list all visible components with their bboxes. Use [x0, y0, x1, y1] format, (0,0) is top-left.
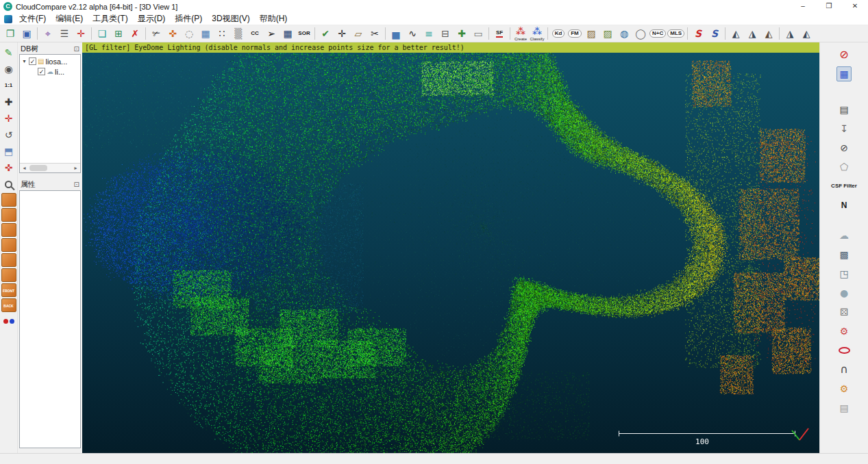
histogram-icon[interactable]: ▅	[388, 26, 404, 41]
view-bottom-icon[interactable]	[1, 208, 16, 222]
tree-hscrollbar[interactable]: ◂ ▸	[20, 163, 80, 172]
fit-plane-icon[interactable]: ▱	[351, 26, 366, 41]
dock-icon[interactable]: ⊡	[74, 45, 79, 53]
plugin-a-icon[interactable]: ◭	[728, 26, 743, 41]
zoom-1-1-icon[interactable]: 1:1	[1, 78, 16, 93]
segment-pencil-icon[interactable]: ✎	[1, 45, 16, 60]
minimize-button[interactable]: –	[790, 0, 816, 13]
scroll-thumb[interactable]	[29, 165, 47, 171]
plugin-d-icon[interactable]: ◮	[782, 26, 797, 41]
bird-plugin-icon[interactable]: ➢	[264, 26, 279, 41]
cloud-tool-icon[interactable]: ☁	[836, 228, 852, 243]
menu-item-3[interactable]: 显示(D)	[133, 13, 171, 25]
sf-tools-icon[interactable]: SF	[492, 26, 507, 41]
view-top-icon[interactable]	[1, 193, 16, 207]
previous-view-icon[interactable]: ↺	[1, 127, 16, 142]
menu-item-1[interactable]: 编辑(E)	[51, 13, 88, 25]
canupo-classify-icon[interactable]: ⁂Classify	[530, 25, 545, 42]
view-back-icon[interactable]: BACK	[1, 298, 16, 312]
pointcloud-canvas[interactable]	[82, 53, 819, 453]
pivot-icon[interactable]: ✛	[1, 111, 16, 126]
terrain-a-icon[interactable]: ▨	[584, 26, 599, 41]
no-entry-icon[interactable]: ⊘	[836, 140, 852, 155]
visibility-checkbox[interactable]: ✓	[29, 57, 36, 65]
pan-icon[interactable]: ✜	[1, 160, 16, 175]
gears-tool-icon[interactable]: ⚙	[836, 324, 852, 339]
sra-plugin-icon[interactable]: S	[691, 26, 706, 41]
global-zoom-icon[interactable]: ✚	[1, 94, 16, 109]
open-icon[interactable]: ❐	[3, 26, 18, 41]
list-tool-icon[interactable]: ⊟	[438, 26, 453, 41]
grid-tool-icon[interactable]: ▩	[836, 247, 852, 262]
dock-icon[interactable]: ⊡	[74, 181, 79, 188]
view-iso1-icon[interactable]	[1, 253, 16, 267]
scalar-check-icon[interactable]: ✔	[318, 26, 333, 41]
dice-tool-icon[interactable]: ⚄	[836, 305, 852, 320]
kd-tree-icon[interactable]: Kd	[551, 26, 566, 41]
noise-filter-icon[interactable]: ▒	[231, 26, 246, 41]
scroll-track[interactable]	[29, 164, 71, 172]
tree-row[interactable]: ✓☁li...	[20, 66, 80, 77]
sfm-plugin-icon[interactable]: S	[707, 26, 722, 41]
merge-icon[interactable]: ⊞	[111, 26, 126, 41]
tree-row[interactable]: ▾✓▤liosa...	[20, 56, 80, 66]
translate-tool-icon[interactable]: ✛	[334, 26, 349, 41]
vr-headset-icon[interactable]: ∩	[836, 362, 852, 377]
npc-plugin-icon[interactable]: N+C	[649, 26, 666, 41]
sphere-tool-icon[interactable]: ●	[836, 285, 852, 300]
scroll-left-icon[interactable]: ◂	[20, 164, 29, 172]
close-button[interactable]: ✕	[842, 0, 868, 13]
sphere-icon[interactable]: ◌	[182, 26, 197, 41]
scroll-right-icon[interactable]: ▸	[71, 164, 80, 172]
menu-item-2[interactable]: 工具类(T)	[88, 13, 132, 25]
3d-view[interactable]: [GL filter] EyeDome Lighting (disable no…	[82, 42, 819, 453]
checker-plugin-icon[interactable]: ▦	[280, 26, 295, 41]
plugin-b-icon[interactable]: ◮	[745, 26, 760, 41]
add-tool-icon[interactable]: ✚	[454, 26, 469, 41]
cc-plugin-icon[interactable]: CC	[247, 26, 262, 41]
mdi-child-icon[interactable]	[4, 15, 12, 23]
delete-icon[interactable]: ✗	[127, 26, 142, 41]
sor-filter-icon[interactable]: SOR	[297, 26, 312, 41]
anim-gear-icon[interactable]: ⚙	[836, 381, 852, 396]
trash-tool-icon[interactable]: ▭	[471, 26, 486, 41]
view-iso2-icon[interactable]	[1, 268, 16, 282]
zoom-magnifier-icon[interactable]	[1, 177, 16, 192]
cross-section-icon[interactable]: ✂	[367, 26, 382, 41]
plumb-bob-icon[interactable]: ↧	[836, 121, 852, 136]
menu-item-6[interactable]: 帮助(H)	[255, 13, 293, 25]
ellipse-fit-icon[interactable]	[836, 343, 852, 358]
mls-plugin-icon[interactable]: MLS	[667, 26, 684, 41]
mesh-globe-icon[interactable]: ◯	[633, 26, 648, 41]
view-front-icon[interactable]: FRONT	[1, 283, 16, 297]
global-shift-icon[interactable]: ⌖	[40, 26, 55, 41]
expander-icon[interactable]: ▾	[21, 58, 27, 64]
restore-button[interactable]: ❐	[816, 0, 842, 13]
apply-transform-icon[interactable]: ✛	[73, 26, 88, 41]
terrain-b-icon[interactable]: ▨	[600, 26, 615, 41]
render-grid-icon[interactable]: ▦	[198, 26, 213, 41]
shield-icon[interactable]: ⬠	[836, 159, 852, 175]
point-picking-icon[interactable]: ✜	[165, 26, 180, 41]
box-tool-icon[interactable]: ◳	[836, 266, 852, 281]
screenshot-camera-icon[interactable]: ◉	[1, 62, 16, 77]
csf-filter-icon[interactable]: CSF Filter	[823, 179, 865, 194]
subsample-icon[interactable]: ∷	[214, 26, 230, 41]
clapper-icon[interactable]: ▤	[836, 102, 852, 117]
disable-filter-icon[interactable]: ⊘	[836, 47, 852, 62]
segment-icon[interactable]: ✃	[149, 26, 164, 41]
levels-tool-icon[interactable]: ≡	[421, 26, 436, 41]
globe-plugin-icon[interactable]: ◍	[617, 26, 632, 41]
profile-tool-icon[interactable]: ∿	[405, 26, 420, 41]
fm-plugin-icon[interactable]: FM	[567, 26, 582, 41]
canupo-create-icon[interactable]: ⁂Create	[513, 25, 528, 42]
clone-icon[interactable]: ❏	[95, 26, 110, 41]
ruler-tool-icon[interactable]: ▤	[836, 400, 852, 415]
perspective-cube-icon[interactable]: ⬒	[1, 144, 16, 159]
menu-item-0[interactable]: 文件(F)	[14, 13, 51, 25]
active-tool-icon[interactable]: ▦	[836, 66, 852, 81]
view-right-icon[interactable]	[1, 238, 16, 252]
normals-n-icon[interactable]: N	[836, 198, 852, 213]
stereo-icon[interactable]	[1, 313, 16, 328]
visibility-checkbox[interactable]: ✓	[38, 68, 45, 75]
